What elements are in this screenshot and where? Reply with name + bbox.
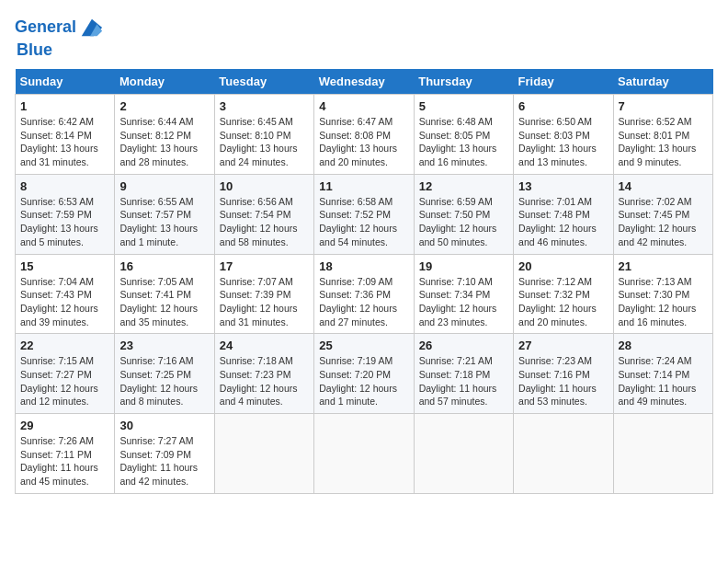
calendar-day-26: 26 Sunrise: 7:21 AM Sunset: 7:18 PM Dayl…	[414, 334, 513, 414]
day-info: Sunrise: 7:02 AM Sunset: 7:45 PM Dayligh…	[619, 195, 708, 249]
calendar-day-23: 23 Sunrise: 7:16 AM Sunset: 7:25 PM Dayl…	[115, 334, 214, 414]
day-info: Sunrise: 6:58 AM Sunset: 7:52 PM Dayligh…	[319, 195, 408, 249]
day-info: Sunrise: 6:45 AM Sunset: 8:10 PM Dayligh…	[220, 115, 309, 169]
calendar-day-21: 21 Sunrise: 7:13 AM Sunset: 7:30 PM Dayl…	[613, 254, 712, 334]
day-number: 14	[619, 179, 708, 193]
calendar-day-27: 27 Sunrise: 7:23 AM Sunset: 7:16 PM Dayl…	[514, 334, 613, 414]
col-header-monday: Monday	[115, 69, 214, 95]
col-header-friday: Friday	[514, 69, 613, 95]
calendar-day-25: 25 Sunrise: 7:19 AM Sunset: 7:20 PM Dayl…	[314, 334, 414, 414]
calendar-week-3: 15 Sunrise: 7:04 AM Sunset: 7:43 PM Dayl…	[16, 254, 713, 334]
calendar-day-16: 16 Sunrise: 7:05 AM Sunset: 7:41 PM Dayl…	[115, 254, 214, 334]
day-info: Sunrise: 6:48 AM Sunset: 8:05 PM Dayligh…	[419, 115, 508, 169]
calendar-day-14: 14 Sunrise: 7:02 AM Sunset: 7:45 PM Dayl…	[613, 174, 712, 254]
day-number: 18	[319, 259, 408, 273]
day-info: Sunrise: 6:52 AM Sunset: 8:01 PM Dayligh…	[619, 115, 708, 169]
day-info: Sunrise: 7:24 AM Sunset: 7:14 PM Dayligh…	[619, 354, 708, 408]
calendar-day-18: 18 Sunrise: 7:09 AM Sunset: 7:36 PM Dayl…	[314, 254, 414, 334]
day-number: 7	[619, 99, 708, 113]
day-info: Sunrise: 7:09 AM Sunset: 7:36 PM Dayligh…	[319, 275, 408, 329]
calendar-day-22: 22 Sunrise: 7:15 AM Sunset: 7:27 PM Dayl…	[16, 334, 115, 414]
day-number: 16	[119, 259, 209, 273]
day-info: Sunrise: 7:18 AM Sunset: 7:23 PM Dayligh…	[220, 354, 309, 408]
calendar-day-9: 9 Sunrise: 6:55 AM Sunset: 7:57 PM Dayli…	[115, 174, 214, 254]
day-number: 5	[419, 99, 508, 113]
day-number: 1	[20, 99, 109, 113]
calendar-day-24: 24 Sunrise: 7:18 AM Sunset: 7:23 PM Dayl…	[214, 334, 313, 414]
day-number: 28	[619, 339, 708, 352]
day-number: 26	[419, 339, 508, 352]
calendar-day-15: 15 Sunrise: 7:04 AM Sunset: 7:43 PM Dayl…	[16, 254, 115, 334]
day-number: 29	[20, 419, 109, 432]
day-info: Sunrise: 6:50 AM Sunset: 8:03 PM Dayligh…	[518, 115, 608, 169]
calendar-day-17: 17 Sunrise: 7:07 AM Sunset: 7:39 PM Dayl…	[214, 254, 313, 334]
logo-icon	[78, 15, 104, 40]
col-header-thursday: Thursday	[414, 69, 513, 95]
calendar-day-19: 19 Sunrise: 7:10 AM Sunset: 7:34 PM Dayl…	[414, 254, 513, 334]
col-header-saturday: Saturday	[613, 69, 712, 95]
day-info: Sunrise: 7:13 AM Sunset: 7:30 PM Dayligh…	[619, 275, 708, 329]
day-number: 8	[20, 179, 109, 193]
day-number: 11	[319, 179, 408, 193]
calendar-day-5: 5 Sunrise: 6:48 AM Sunset: 8:05 PM Dayli…	[414, 95, 513, 175]
calendar-day-28: 28 Sunrise: 7:24 AM Sunset: 7:14 PM Dayl…	[613, 334, 712, 414]
calendar-day-4: 4 Sunrise: 6:47 AM Sunset: 8:08 PM Dayli…	[314, 95, 414, 175]
day-number: 17	[220, 259, 309, 273]
calendar-day-20: 20 Sunrise: 7:12 AM Sunset: 7:32 PM Dayl…	[514, 254, 613, 334]
logo: General Blue	[15, 15, 104, 60]
day-number: 3	[220, 99, 309, 113]
day-info: Sunrise: 6:53 AM Sunset: 7:59 PM Dayligh…	[20, 195, 109, 249]
day-info: Sunrise: 7:01 AM Sunset: 7:48 PM Dayligh…	[518, 195, 608, 249]
day-number: 23	[119, 339, 209, 352]
calendar-week-1: 1 Sunrise: 6:42 AM Sunset: 8:14 PM Dayli…	[16, 95, 713, 175]
day-info: Sunrise: 7:23 AM Sunset: 7:16 PM Dayligh…	[518, 354, 608, 408]
day-number: 2	[119, 99, 209, 113]
day-info: Sunrise: 7:05 AM Sunset: 7:41 PM Dayligh…	[119, 275, 209, 329]
calendar-day-1: 1 Sunrise: 6:42 AM Sunset: 8:14 PM Dayli…	[16, 95, 115, 175]
day-number: 20	[518, 259, 608, 273]
day-number: 22	[20, 339, 109, 352]
day-info: Sunrise: 7:19 AM Sunset: 7:20 PM Dayligh…	[319, 354, 408, 408]
day-info: Sunrise: 7:04 AM Sunset: 7:43 PM Dayligh…	[20, 275, 109, 329]
calendar-day-29: 29 Sunrise: 7:26 AM Sunset: 7:11 PM Dayl…	[16, 414, 115, 494]
day-info: Sunrise: 6:47 AM Sunset: 8:08 PM Dayligh…	[319, 115, 408, 169]
day-number: 4	[319, 99, 408, 113]
empty-cell	[514, 414, 613, 494]
day-number: 13	[518, 179, 608, 193]
calendar-table: SundayMondayTuesdayWednesdayThursdayFrid…	[15, 69, 713, 494]
logo-blue: Blue	[17, 40, 104, 60]
day-info: Sunrise: 7:21 AM Sunset: 7:18 PM Dayligh…	[419, 354, 508, 408]
day-info: Sunrise: 7:12 AM Sunset: 7:32 PM Dayligh…	[518, 275, 608, 329]
day-info: Sunrise: 6:42 AM Sunset: 8:14 PM Dayligh…	[20, 115, 109, 169]
empty-cell	[414, 414, 513, 494]
day-info: Sunrise: 7:10 AM Sunset: 7:34 PM Dayligh…	[419, 275, 508, 329]
calendar-week-5: 29 Sunrise: 7:26 AM Sunset: 7:11 PM Dayl…	[16, 414, 713, 494]
day-number: 9	[119, 179, 209, 193]
day-number: 6	[518, 99, 608, 113]
day-info: Sunrise: 6:59 AM Sunset: 7:50 PM Dayligh…	[419, 195, 508, 249]
day-number: 27	[518, 339, 608, 352]
day-info: Sunrise: 7:15 AM Sunset: 7:27 PM Dayligh…	[20, 354, 109, 408]
day-number: 10	[220, 179, 309, 193]
day-info: Sunrise: 6:56 AM Sunset: 7:54 PM Dayligh…	[220, 195, 309, 249]
calendar-day-7: 7 Sunrise: 6:52 AM Sunset: 8:01 PM Dayli…	[613, 95, 712, 175]
day-info: Sunrise: 7:07 AM Sunset: 7:39 PM Dayligh…	[220, 275, 309, 329]
col-header-wednesday: Wednesday	[314, 69, 414, 95]
empty-cell	[314, 414, 414, 494]
calendar-day-13: 13 Sunrise: 7:01 AM Sunset: 7:48 PM Dayl…	[514, 174, 613, 254]
calendar-day-3: 3 Sunrise: 6:45 AM Sunset: 8:10 PM Dayli…	[214, 95, 313, 175]
day-number: 24	[220, 339, 309, 352]
day-number: 15	[20, 259, 109, 273]
calendar-day-11: 11 Sunrise: 6:58 AM Sunset: 7:52 PM Dayl…	[314, 174, 414, 254]
day-info: Sunrise: 6:55 AM Sunset: 7:57 PM Dayligh…	[119, 195, 209, 249]
calendar-day-12: 12 Sunrise: 6:59 AM Sunset: 7:50 PM Dayl…	[414, 174, 513, 254]
day-number: 25	[319, 339, 408, 352]
day-info: Sunrise: 6:44 AM Sunset: 8:12 PM Dayligh…	[119, 115, 209, 169]
calendar-day-8: 8 Sunrise: 6:53 AM Sunset: 7:59 PM Dayli…	[16, 174, 115, 254]
col-header-sunday: Sunday	[16, 69, 115, 95]
calendar-day-10: 10 Sunrise: 6:56 AM Sunset: 7:54 PM Dayl…	[214, 174, 313, 254]
calendar-day-2: 2 Sunrise: 6:44 AM Sunset: 8:12 PM Dayli…	[115, 95, 214, 175]
empty-cell	[214, 414, 313, 494]
calendar-day-30: 30 Sunrise: 7:27 AM Sunset: 7:09 PM Dayl…	[115, 414, 214, 494]
empty-cell	[613, 414, 712, 494]
